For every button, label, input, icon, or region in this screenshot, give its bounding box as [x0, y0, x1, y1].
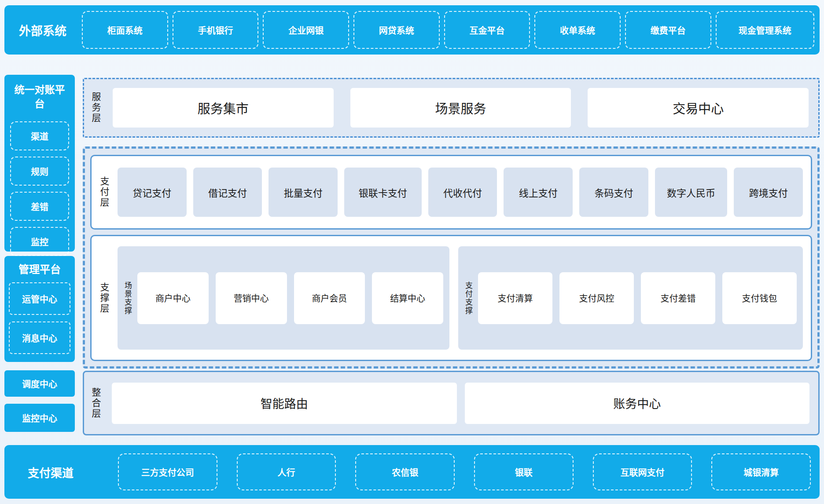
reconciliation-node: 规则: [10, 157, 69, 186]
service-layer-label: 服务层: [91, 92, 100, 124]
payment-channel-node: 银联: [474, 453, 574, 490]
support-node: 商户中心: [137, 272, 209, 324]
service-node: 场景服务: [350, 88, 571, 128]
support-node: 支付差错: [641, 272, 715, 324]
support-node: 营销中心: [216, 272, 287, 324]
external-systems-bar: 外部系统 柜面系统 手机银行 企业网银 网贷系统 互金平台 收单系统 缴费平台 …: [4, 5, 820, 55]
support-node: 支付钱包: [722, 272, 797, 324]
integration-node: 账务中心: [465, 383, 810, 424]
payment-node: 批量支付: [269, 168, 338, 217]
scene-support-label: 场景支撑: [124, 281, 131, 315]
payment-layer-items: 贷记支付 借记支付 批量支付 银联卡支付 代收代付 线上支付 条码支付 数字人民…: [118, 168, 803, 217]
integration-layer-label: 整合层: [91, 387, 100, 419]
support-layer-label: 支撑层: [99, 282, 109, 314]
payment-node: 数字人民币: [655, 168, 728, 217]
support-node: 支付风控: [559, 272, 634, 324]
integration-node: 智能路由: [112, 383, 457, 424]
service-layer-items: 服务集市 场景服务 交易中心: [113, 88, 809, 128]
payment-channel-node: 人行: [237, 453, 336, 490]
payment-channel-node: 农信银: [355, 453, 455, 490]
reconciliation-platform: 统一对账平台 渠道 规则 差错 监控: [4, 75, 75, 252]
reconciliation-items: 渠道 规则 差错 监控: [10, 121, 69, 256]
reconciliation-node: 渠道: [10, 121, 69, 150]
payment-node: 贷记支付: [118, 168, 187, 217]
payment-architecture-diagram: 外部系统 柜面系统 手机银行 企业网银 网贷系统 互金平台 收单系统 缴费平台 …: [0, 0, 824, 504]
external-system-node: 现金管理系统: [716, 11, 814, 49]
management-items: 运管中心 消息中心: [9, 282, 70, 354]
reconciliation-node: 差错: [10, 192, 69, 221]
integration-layer-items: 智能路由 账务中心: [112, 383, 809, 424]
support-node: 结算中心: [372, 272, 443, 324]
payment-node: 跨境支付: [734, 168, 803, 217]
external-system-node: 企业网银: [263, 11, 349, 49]
payment-channel-node: 互联网支付: [593, 453, 692, 490]
external-systems-items: 柜面系统 手机银行 企业网银 网贷系统 互金平台 收单系统 缴费平台 现金管理系…: [82, 11, 814, 49]
external-systems-title: 外部系统: [10, 22, 76, 39]
support-node: 商户会员: [294, 272, 365, 324]
scene-support-group: 场景支撑 商户中心 营销中心 商户会员 结算中心: [118, 246, 449, 350]
management-node: 消息中心: [9, 321, 70, 354]
external-system-node: 网贷系统: [353, 11, 440, 49]
service-node: 服务集市: [113, 88, 334, 128]
service-node: 交易中心: [588, 88, 809, 128]
payment-channels-bar: 支付渠道 三方支付公司 人行 农信银 银联 互联网支付 城银清算: [4, 445, 820, 499]
payment-channel-node: 城银清算: [711, 453, 811, 490]
external-system-node: 手机银行: [173, 11, 259, 49]
payment-node: 银联卡支付: [344, 168, 422, 217]
payment-node: 代收代付: [428, 168, 497, 217]
management-platform: 管理平台 运管中心 消息中心: [4, 256, 75, 362]
payment-layer: 支付层 贷记支付 借记支付 批量支付 银联卡支付 代收代付 线上支付 条码支付 …: [90, 155, 812, 230]
management-platform-title: 管理平台: [9, 262, 70, 277]
external-system-node: 柜面系统: [82, 11, 168, 49]
payment-channels-title: 支付渠道: [13, 464, 88, 480]
payment-support-container: 支付层 贷记支付 借记支付 批量支付 银联卡支付 代收代付 线上支付 条码支付 …: [83, 146, 820, 369]
support-layer-groups: 场景支撑 商户中心 营销中心 商户会员 结算中心 支付支撑 支付清算 支付风控 …: [118, 246, 803, 350]
management-node: 运管中心: [9, 282, 70, 315]
payment-layer-label: 支付层: [99, 176, 109, 208]
support-layer: 支撑层 场景支撑 商户中心 营销中心 商户会员 结算中心 支付支撑 支付清算: [90, 235, 812, 361]
service-layer: 服务层 服务集市 场景服务 交易中心: [83, 78, 820, 138]
reconciliation-platform-title: 统一对账平台: [10, 83, 69, 111]
reconciliation-node: 监控: [10, 227, 69, 256]
payment-channels-items: 三方支付公司 人行 农信银 银联 互联网支付 城银清算: [118, 453, 811, 490]
payment-node: 借记支付: [193, 168, 262, 217]
monitor-center-box: 监控中心: [4, 404, 75, 432]
payment-support-group: 支付支撑 支付清算 支付风控 支付差错 支付钱包: [458, 246, 803, 350]
external-system-node: 收单系统: [534, 11, 621, 49]
payment-node: 线上支付: [504, 168, 573, 217]
integration-layer: 整合层 智能路由 账务中心: [83, 371, 820, 435]
dispatch-center-box: 调度中心: [4, 370, 75, 397]
external-system-node: 缴费平台: [625, 11, 711, 49]
external-system-node: 互金平台: [444, 11, 530, 49]
payment-channel-node: 三方支付公司: [118, 453, 217, 490]
payment-support-label: 支付支撑: [464, 281, 472, 315]
payment-node: 条码支付: [579, 168, 648, 217]
support-node: 支付清算: [478, 272, 552, 324]
